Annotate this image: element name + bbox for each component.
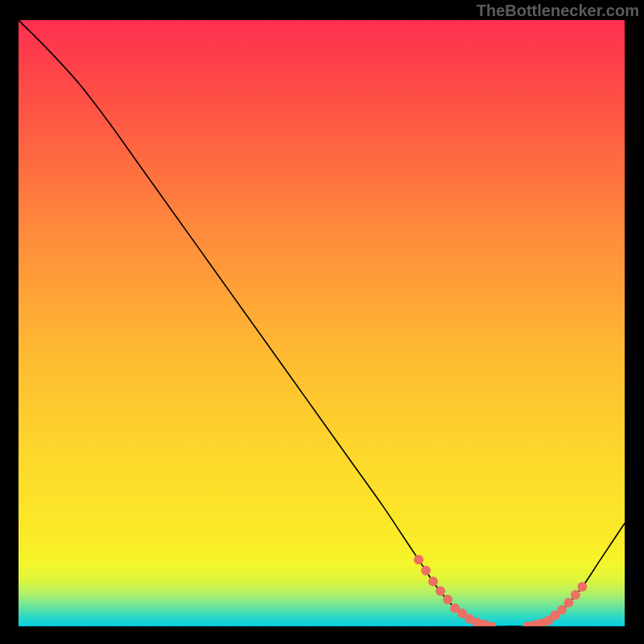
gradient-background [19, 20, 625, 626]
highlight-dot [443, 595, 452, 605]
highlight-dot [436, 586, 445, 596]
highlight-dot [564, 598, 573, 608]
chart-panel [19, 20, 625, 626]
highlight-dot [557, 605, 567, 615]
highlight-dot [571, 590, 580, 600]
attribution-label: TheBottlenecker.com [477, 2, 639, 20]
highlight-dot [428, 576, 438, 586]
highlight-dot [421, 566, 431, 576]
chart-svg [19, 20, 625, 626]
highlight-dot [577, 582, 587, 592]
highlight-dot [414, 555, 423, 564]
